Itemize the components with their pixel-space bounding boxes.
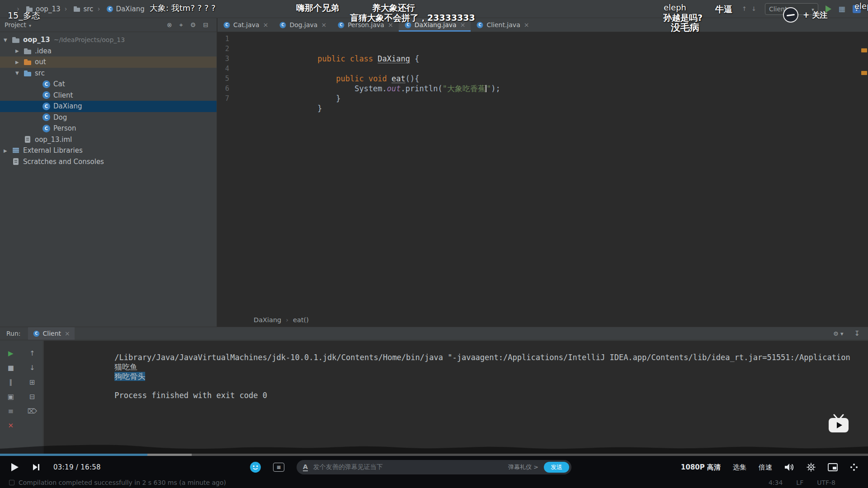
tab-close-icon[interactable] (321, 21, 326, 28)
line-separator[interactable]: LF (796, 479, 803, 486)
quality-button[interactable]: 1080P 高清 (681, 463, 721, 472)
editor-tab[interactable]: Person.java (332, 18, 399, 32)
error-stripe-mark[interactable] (861, 71, 867, 75)
panel-toolbar-icon[interactable]: ⚙ (190, 21, 196, 29)
uploader-follow-chip[interactable]: + 关注 (783, 7, 827, 23)
editor-tab-label: Dog.java (289, 21, 317, 28)
danmaku-etiquette-link[interactable]: 弹幕礼仪 > (508, 463, 538, 471)
editor-tab[interactable]: DaXiang.java (399, 18, 471, 32)
breadcrumb-item[interactable]: src (60, 5, 93, 13)
ide-navigation-bar: oop_13 src DaXiang Client (0, 0, 868, 18)
next-button[interactable] (33, 464, 40, 471)
code-token: ); (491, 84, 500, 93)
project-tree-item[interactable]: ▶ .idea (0, 46, 217, 57)
controls-left: 03:19 / 16:58 (11, 457, 101, 478)
project-tree-item[interactable]: DaXiang (0, 101, 217, 112)
breadcrumb-method[interactable]: eat() (293, 316, 309, 324)
console-tool-icon[interactable]: ⌦ (28, 407, 37, 415)
line-number: 1 (217, 34, 249, 44)
play-button[interactable] (11, 463, 19, 472)
console-tool-icon[interactable]: ↑ (29, 349, 35, 357)
project-panel-title[interactable]: Project (5, 21, 26, 28)
tab-close-icon[interactable] (263, 21, 269, 28)
danmaku-settings-icon[interactable] (273, 463, 284, 472)
uploader-avatar[interactable] (783, 7, 798, 23)
run-console-tab[interactable]: Client (28, 327, 75, 340)
speed-button[interactable]: 倍速 (759, 463, 772, 472)
project-tree-item[interactable]: ▼ src (0, 68, 217, 79)
danmaku-font-icon[interactable] (303, 464, 308, 471)
panel-toolbar-icon[interactable]: ⌖ (179, 21, 183, 29)
code-editor[interactable]: 1 public class DaXiang { 2 (217, 32, 868, 313)
episodes-button[interactable]: 选集 (733, 463, 746, 472)
project-tree-item[interactable]: Dog (0, 112, 217, 123)
project-tree-item[interactable]: Client (0, 90, 217, 101)
tree-item-label: src (35, 69, 45, 77)
caret-position[interactable]: 4:34 (769, 479, 783, 486)
editor-breadcrumb: DaXiang eat() (217, 313, 868, 327)
scroll-to-end-icon[interactable] (854, 329, 860, 338)
help-icon[interactable] (853, 5, 861, 13)
console-tool-icon[interactable]: ■ (8, 364, 14, 372)
chevron-down-icon[interactable] (26, 21, 31, 28)
project-tree-item[interactable]: oop_13.iml (0, 134, 217, 145)
breadcrumb-class[interactable]: DaXiang (254, 316, 281, 324)
editor-tab[interactable]: Client.java (471, 18, 534, 32)
editor-area: Cat.java Dog.java Person.java (217, 18, 868, 327)
tab-close-icon[interactable] (388, 21, 393, 28)
follow-button[interactable]: + 关注 (803, 10, 827, 20)
console-tool-icon[interactable]: ≡ (8, 407, 14, 415)
tab-close-icon[interactable] (460, 21, 466, 28)
tv-cast-icon[interactable] (827, 414, 850, 436)
console-tool-icon[interactable]: ↓ (29, 364, 35, 372)
editor-tab[interactable]: Cat.java (217, 18, 274, 32)
time-display: 03:19 / 16:58 (53, 463, 101, 471)
volume-icon[interactable] (784, 463, 794, 471)
tab-close-icon[interactable] (524, 21, 529, 28)
pip-icon[interactable] (828, 463, 838, 471)
console-tool-icon[interactable]: ▶ (8, 349, 14, 357)
expand-arrow-icon[interactable]: ▼ (4, 38, 12, 42)
player-settings-icon[interactable] (807, 463, 816, 472)
console-text: Process finished with exit code 0 (114, 391, 267, 400)
breadcrumb-item[interactable]: DaXiang (93, 5, 144, 13)
code-token: System. (317, 84, 387, 93)
more-icon[interactable] (850, 463, 858, 471)
file-encoding[interactable]: UTF-8 (817, 479, 835, 486)
tree-item-icon (24, 136, 32, 144)
editor-tab[interactable]: Dog.java (274, 18, 332, 32)
console-tool-icon[interactable]: ✕ (8, 422, 14, 430)
console-tool-icon[interactable]: ⊞ (29, 378, 35, 386)
console-text: /Library/Java/JavaVirtualMachines/jdk-10… (114, 353, 850, 362)
tab-close-icon[interactable] (65, 330, 70, 337)
expand-arrow-icon[interactable]: ▶ (15, 60, 24, 65)
tree-item-label: .idea (35, 47, 52, 55)
project-tree-item[interactable]: Cat (0, 79, 217, 90)
console-tool-icon[interactable]: ∥ (9, 378, 13, 386)
console-line (50, 372, 868, 381)
danmaku-send-button[interactable]: 发送 (544, 462, 569, 473)
error-stripe-mark[interactable] (861, 48, 867, 52)
console-tool-icon[interactable]: ▣ (8, 393, 14, 401)
project-tree-item[interactable]: Person (0, 123, 217, 134)
expand-arrow-icon[interactable]: ▶ (4, 148, 12, 153)
project-tree-item[interactable]: ▶ External Libraries (0, 145, 217, 156)
history-arrows-icon[interactable] (742, 5, 758, 12)
danmaku-input[interactable]: 发个友善的弹幕见证当下 弹幕礼仪 > 发送 (297, 460, 571, 474)
project-tree-item[interactable]: ▶ out (0, 56, 217, 68)
expand-arrow-icon[interactable]: ▼ (15, 70, 24, 75)
danmaku-toggle[interactable] (250, 461, 261, 473)
panel-toolbar-icon[interactable]: ⊟ (203, 21, 208, 29)
gear-icon[interactable] (833, 329, 843, 338)
toolwindow-icon[interactable] (9, 480, 14, 485)
console-tool-icon[interactable]: ⊟ (29, 393, 35, 401)
panel-toolbar-icon[interactable]: ⊗ (167, 21, 172, 29)
line-number: 6 (217, 84, 249, 94)
project-tree-item[interactable]: ▼ oop_13 ~/IdeaProjects/oop_13 (0, 34, 217, 46)
window-layout-icon[interactable] (839, 5, 845, 13)
expand-arrow-icon[interactable]: ▶ (15, 48, 24, 53)
controls-right: 1080P 高清 选集 倍速 (681, 457, 858, 478)
control-bar: 03:19 / 16:58 发个友善的弹幕见证当下 弹幕礼仪 > 发送 (0, 456, 868, 488)
tree-item-icon (12, 36, 20, 44)
project-tree-item[interactable]: Scratches and Consoles (0, 156, 217, 168)
